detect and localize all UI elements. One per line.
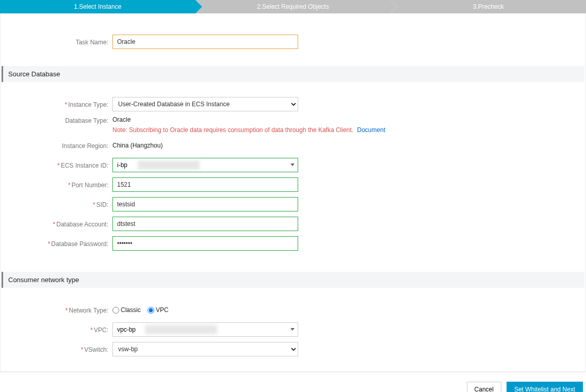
database-type-value: Oracle bbox=[112, 116, 585, 123]
instance-region-label: Instance Region: bbox=[1, 141, 111, 150]
database-type-note: Note: Subscribing to Oracle data require… bbox=[112, 126, 585, 134]
vswitch-label: VSwitch: bbox=[84, 346, 108, 353]
row-sid: *SID: bbox=[1, 194, 585, 214]
footer-actions: Cancel Set Whitelist and Next bbox=[0, 372, 586, 392]
ecs-instance-id-combo[interactable] bbox=[112, 158, 298, 172]
section-consumer-network: Consumer network type bbox=[2, 272, 584, 288]
ecs-instance-id-label: ECS Instance ID: bbox=[61, 162, 108, 169]
row-network-type: *Network Type: Classic VPC bbox=[1, 300, 585, 320]
port-number-label: Port Number: bbox=[72, 182, 108, 189]
database-account-input[interactable] bbox=[112, 217, 298, 231]
vswitch-select[interactable]: vsw-bp bbox=[112, 342, 298, 356]
cancel-button[interactable]: Cancel bbox=[467, 382, 501, 392]
task-name-input[interactable] bbox=[112, 35, 298, 49]
row-vpc: *VPC: bbox=[1, 320, 585, 339]
step-select-objects[interactable]: 2.Select Required Objects bbox=[196, 0, 391, 13]
vpc-label: VPC: bbox=[94, 326, 108, 334]
row-instance-type: *Instance Type: User-Created Database in… bbox=[1, 94, 585, 114]
port-number-input[interactable] bbox=[112, 177, 298, 192]
network-type-vpc[interactable]: VPC bbox=[148, 306, 169, 314]
instance-type-label: Instance Type: bbox=[68, 101, 108, 108]
instance-type-select[interactable]: User-Created Database in ECS Instance bbox=[112, 97, 298, 111]
row-database-account: *Database Account: bbox=[1, 214, 585, 234]
network-type-classic[interactable]: Classic bbox=[112, 306, 141, 314]
row-port-number: *Port Number: bbox=[1, 175, 585, 194]
section-source-database: Source Database bbox=[2, 66, 584, 82]
chevron-down-icon bbox=[290, 328, 295, 331]
instance-region-value: China (Hangzhou) bbox=[112, 142, 162, 149]
row-ecs-instance-id: *ECS Instance ID: bbox=[1, 155, 585, 175]
chevron-down-icon bbox=[290, 164, 295, 166]
sid-input[interactable] bbox=[112, 197, 298, 211]
step-select-instance[interactable]: 1.Select Instance bbox=[0, 0, 196, 13]
database-type-label: Database Type: bbox=[1, 116, 111, 124]
set-whitelist-next-button[interactable]: Set Whitelist and Next bbox=[507, 382, 583, 392]
database-password-input[interactable] bbox=[112, 236, 298, 251]
step-precheck[interactable]: 3.Precheck bbox=[390, 0, 586, 13]
database-password-label: Database Password: bbox=[51, 240, 108, 248]
row-database-type: Database Type: Oracle Note: Subscribing … bbox=[1, 114, 585, 136]
vpc-combo[interactable] bbox=[112, 322, 298, 337]
sid-label: SID: bbox=[96, 201, 108, 208]
row-task-name: Task Name: bbox=[1, 32, 585, 52]
row-database-password: *Database Password: bbox=[1, 234, 585, 253]
network-type-label: Network Type: bbox=[69, 307, 108, 314]
database-account-label: Database Account: bbox=[56, 221, 108, 228]
row-vswitch: *VSwitch: vsw-bp bbox=[1, 339, 585, 359]
wizard-steps: 1.Select Instance 2.Select Required Obje… bbox=[0, 0, 586, 13]
row-instance-region: Instance Region: China (Hangzhou) bbox=[1, 136, 585, 155]
task-name-label: Task Name: bbox=[1, 38, 111, 46]
document-link[interactable]: Document bbox=[357, 126, 385, 134]
